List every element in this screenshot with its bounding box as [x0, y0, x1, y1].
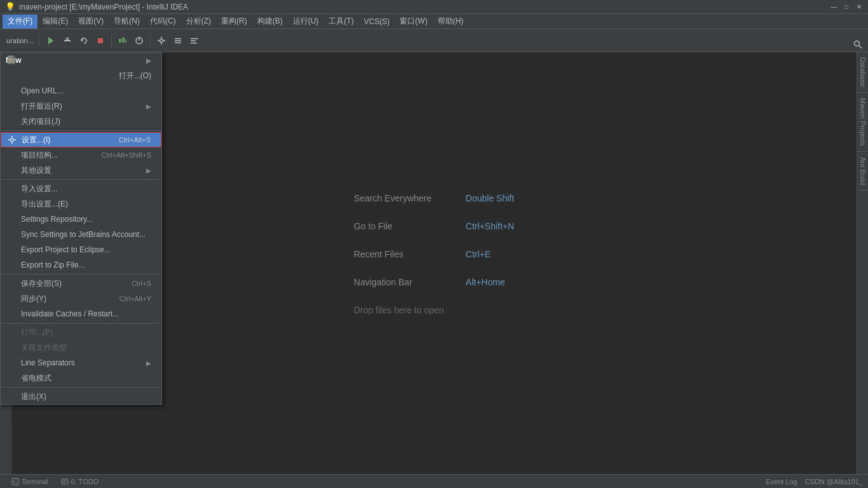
menu-view[interactable]: 视图(V)	[73, 15, 109, 29]
menu-importsettings-item[interactable]: 导入设置...	[1, 181, 161, 196]
separator-5	[1, 387, 161, 388]
extra-toolbar-icon	[173, 36, 182, 45]
ant-panel-tab[interactable]: Ant Build	[857, 152, 868, 191]
menu-invalidate-item[interactable]: Invalidate Caches / Restart...	[1, 306, 161, 322]
status-right: Event Log CSDN @Alita101_	[766, 478, 863, 485]
projectstruct-label: 项目结构...	[21, 150, 58, 161]
todo-label: 6: TODO	[71, 478, 99, 485]
toolbar-settings-button[interactable]	[154, 33, 169, 48]
settings-item-icon	[8, 135, 17, 144]
menu-bar: 文件(F) 编辑(E) 视图(V) 导航(N) 代码(C) 分析(Z) 重构(R…	[0, 14, 868, 29]
svg-rect-26	[8, 139, 10, 140]
toolbar-coverage-button[interactable]	[115, 33, 130, 48]
sync-label: 同步(Y)	[21, 294, 46, 304]
menu-exit-item[interactable]: 退出(X)	[1, 389, 161, 404]
separator-3	[1, 274, 161, 274]
menu-openrecent-item[interactable]: 打开最近(R) ▶	[1, 98, 161, 114]
toolbar-rerun-button[interactable]	[76, 33, 92, 48]
toolbar-build-button[interactable]	[60, 33, 75, 48]
menu-powersave-item[interactable]: 省电模式	[1, 370, 161, 386]
toolbar-stop-button[interactable]	[93, 33, 108, 48]
close-button[interactable]: ✕	[855, 3, 863, 11]
menu-open-item[interactable]: 打开...(O)	[1, 68, 161, 83]
menu-settings-item[interactable]: 设置...(I) Ctrl+Alt+S	[1, 132, 161, 147]
sync-icon	[7, 55, 16, 64]
navigation-bar-label: Navigation Bar	[354, 277, 456, 287]
menu-tools[interactable]: 工具(T)	[323, 15, 358, 29]
closeproject-label: 关闭项目(J)	[21, 116, 60, 127]
svg-rect-17	[175, 42, 181, 43]
svg-rect-20	[191, 43, 197, 44]
menu-openurl-item[interactable]: Open URL...	[1, 83, 161, 98]
profile-icon	[135, 36, 144, 45]
menu-settingsrepo-item[interactable]: Settings Repository...	[1, 212, 161, 227]
menu-syncsettings-item[interactable]: Sync Settings to JetBrains Account...	[1, 227, 161, 242]
svg-rect-6	[122, 37, 125, 43]
toolbar-sep-2	[111, 34, 112, 47]
toolbar: uration...	[0, 29, 868, 52]
event-log-status[interactable]: Event Log	[766, 478, 797, 485]
toolbar-profile-button[interactable]	[132, 33, 147, 48]
menu-exporteclipse-item[interactable]: Export Project to Eclipse...	[1, 242, 161, 257]
stop-icon	[96, 36, 105, 45]
maven-panel-tab[interactable]: Maven Projects	[857, 93, 868, 152]
menu-sync-item[interactable]: 同步(Y) Ctrl+Alt+Y	[1, 291, 161, 306]
svg-rect-4	[98, 38, 103, 43]
menu-analyze[interactable]: 分析(Z)	[181, 15, 216, 29]
menu-linesep-item[interactable]: Line Separators ▶	[1, 355, 161, 370]
toolbar-extra-button[interactable]	[170, 33, 186, 48]
svg-marker-0	[48, 37, 53, 44]
menu-exportsettings-item[interactable]: 导出设置...(E)	[1, 196, 161, 212]
svg-rect-25	[11, 142, 13, 144]
file-menu-dropdown: New ▶ 打开...(O) Open URL... 打开最近(R) ▶ 关闭项…	[0, 52, 162, 405]
svg-rect-39	[62, 479, 68, 484]
todo-tab[interactable]: 6: TODO	[55, 477, 105, 487]
navigation-bar-shortcut: Alt+Home	[466, 277, 505, 287]
othersettings-arrow: ▶	[146, 167, 151, 174]
terminal-icon	[11, 478, 19, 485]
openrecent-arrow: ▶	[146, 103, 151, 110]
search-everywhere-row: Search Everywhere Double Shift	[354, 193, 514, 203]
menu-navigate[interactable]: 导航(N)	[109, 15, 145, 29]
menu-vcs[interactable]: VCS(S)	[359, 15, 395, 29]
menu-run[interactable]: 运行(U)	[288, 15, 324, 29]
svg-rect-11	[161, 37, 162, 39]
menu-exportzip-item[interactable]: Export to Zip File...	[1, 257, 161, 273]
menu-file[interactable]: 文件(F)	[3, 15, 37, 29]
settings-toolbar-icon	[157, 36, 166, 45]
app-icon: 💡	[5, 2, 15, 11]
menu-refactor[interactable]: 重构(R)	[216, 15, 252, 29]
right-panels: Database Maven Projects Ant Build	[857, 52, 868, 474]
welcome-content: Search Everywhere Double Shift Go to Fil…	[354, 193, 514, 333]
coverage-icon	[118, 36, 127, 45]
menu-new-item[interactable]: New ▶	[1, 53, 161, 68]
minimize-button[interactable]: —	[830, 3, 837, 11]
menu-fileassoc-item: 关联文件类型	[1, 340, 161, 355]
menu-window[interactable]: 窗口(W)	[395, 15, 432, 29]
menu-saveall-item[interactable]: 保存全部(S) Ctrl+S	[1, 276, 161, 291]
svg-rect-13	[158, 40, 159, 41]
recent-files-row: Recent Files Ctrl+E	[354, 249, 514, 259]
toolbar-tasks-button[interactable]	[187, 33, 202, 48]
toolbar-run-button[interactable]	[43, 33, 58, 48]
svg-rect-5	[119, 39, 121, 43]
maximize-button[interactable]: □	[843, 3, 850, 11]
menu-closeproject-item[interactable]: 关闭项目(J)	[1, 114, 161, 129]
svg-rect-37	[12, 478, 18, 485]
svg-rect-16	[175, 40, 181, 41]
toolbar-search-button[interactable]	[850, 37, 865, 52]
database-panel-tab[interactable]: Database	[857, 52, 868, 93]
menu-edit[interactable]: 编辑(E)	[37, 15, 73, 29]
terminal-tab[interactable]: Terminal	[5, 477, 55, 487]
menu-othersettings-item[interactable]: 其他设置 ▶	[1, 163, 161, 178]
toolbar-config[interactable]: uration...	[4, 37, 36, 44]
linesep-arrow: ▶	[146, 360, 151, 367]
saveall-label: 保存全部(S)	[21, 278, 62, 289]
run-icon	[46, 36, 55, 45]
svg-rect-15	[175, 38, 181, 39]
svg-marker-2	[66, 37, 69, 41]
menu-code[interactable]: 代码(C)	[145, 15, 181, 29]
menu-build[interactable]: 构建(B)	[252, 15, 288, 29]
menu-projectstruct-item[interactable]: 项目结构... Ctrl+Alt+Shift+S	[1, 147, 161, 163]
menu-help[interactable]: 帮助(H)	[433, 15, 469, 29]
